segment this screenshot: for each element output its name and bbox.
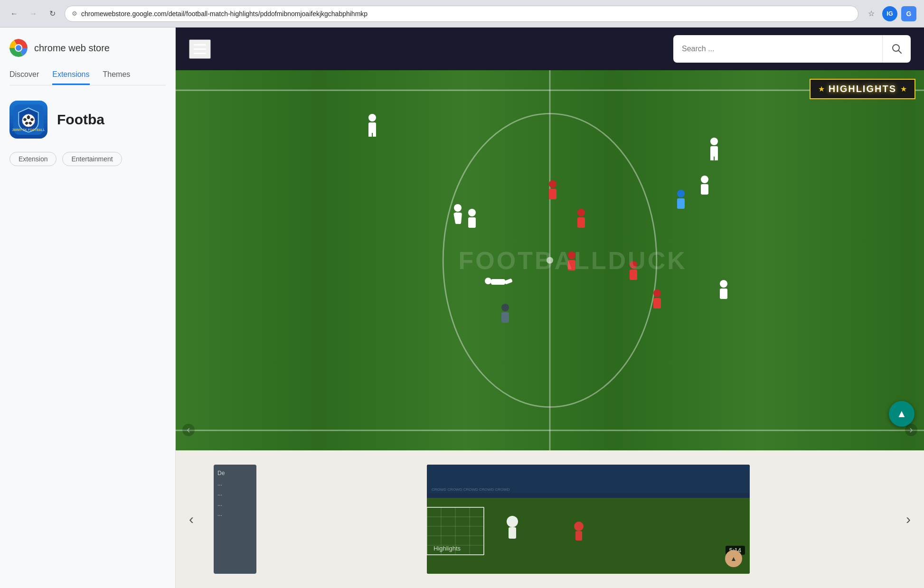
highlights-label: HIGHLIGHTS — [829, 84, 896, 94]
search-container — [673, 35, 911, 63]
svg-rect-41 — [720, 289, 727, 299]
svg-rect-32 — [456, 213, 462, 224]
svg-point-54 — [501, 304, 509, 311]
profile-button-2[interactable]: G — [901, 6, 916, 21]
tag-entertainment[interactable]: Entertainment — [62, 152, 122, 166]
extension-name: Footba — [57, 112, 104, 128]
sidebar-nav: Discover Extensions Themes — [9, 70, 166, 85]
svg-point-44 — [577, 209, 585, 216]
svg-point-35 — [701, 176, 708, 183]
url-text: chromewebstore.google.com/detail/footbal… — [81, 10, 851, 18]
search-button[interactable] — [882, 35, 911, 63]
svg-point-14 — [443, 113, 657, 407]
svg-rect-27 — [710, 146, 718, 157]
svg-rect-38 — [491, 279, 505, 285]
tag-extension[interactable]: Extension — [9, 152, 57, 166]
svg-line-12 — [898, 50, 901, 53]
scroll-bar-right[interactable]: › — [905, 424, 917, 436]
svg-point-21 — [547, 257, 553, 263]
content-topbar — [176, 28, 924, 70]
star-right-icon: ★ — [900, 84, 907, 93]
svg-rect-29 — [715, 156, 718, 160]
player-white-1 — [366, 113, 379, 139]
chrome-logo — [9, 39, 28, 57]
player-red-1 — [546, 179, 559, 205]
thumbnail-scroll-button[interactable]: ▲ — [725, 550, 742, 567]
nav-themes[interactable]: Themes — [103, 70, 131, 85]
svg-rect-25 — [373, 132, 376, 137]
prev-thumbnail-button[interactable]: ‹ — [185, 507, 198, 531]
svg-point-22 — [368, 114, 376, 121]
scroll-bar-left[interactable]: ‹ — [182, 424, 195, 436]
player-white-fallen — [484, 274, 513, 289]
address-bar[interactable]: ⚙ chromewebstore.google.com/detail/footb… — [65, 6, 858, 22]
player-dark-1 — [499, 303, 512, 328]
browser-actions: ☆ IG G — [864, 6, 916, 21]
svg-rect-71 — [509, 527, 516, 539]
star-left-icon: ★ — [818, 84, 825, 93]
sidebar: chrome web store Discover Extensions The… — [0, 28, 176, 588]
tags: Extension Entertainment — [9, 152, 166, 166]
svg-rect-53 — [677, 198, 685, 209]
partial-thumb-text: De............ — [217, 468, 253, 520]
svg-point-46 — [568, 252, 575, 259]
extension-info: JIMMY SK FOOTBALL Footba — [9, 101, 166, 139]
refresh-button[interactable]: ↻ — [46, 7, 59, 20]
security-icon: ⚙ — [72, 10, 77, 17]
thumbnail-partial-left: De............ — [214, 465, 256, 574]
svg-point-40 — [720, 280, 727, 288]
player-white-4 — [465, 208, 479, 233]
referee — [674, 189, 688, 215]
search-input[interactable] — [673, 35, 882, 63]
hamburger-line-3 — [194, 53, 206, 54]
browser-chrome: ← → ↻ ⚙ chromewebstore.google.com/detail… — [0, 0, 924, 28]
forward-button[interactable]: → — [27, 7, 40, 20]
svg-point-33 — [468, 209, 476, 216]
svg-point-42 — [549, 180, 556, 188]
thumbnail-image: CROWD CROWD CROWD CROWD CROWD — [427, 465, 750, 574]
svg-text:JIMMY SK FOOTBALL: JIMMY SK FOOTBALL — [12, 128, 45, 131]
svg-point-50 — [653, 289, 661, 297]
player-red-4 — [627, 260, 640, 286]
svg-point-26 — [710, 138, 718, 145]
player-white-2 — [707, 137, 721, 162]
svg-point-72 — [574, 522, 584, 531]
svg-point-70 — [507, 516, 518, 527]
player-white-5 — [698, 175, 711, 200]
nav-extensions[interactable]: Extensions — [52, 70, 89, 85]
bookmark-button[interactable]: ☆ — [864, 7, 878, 21]
svg-rect-16 — [176, 90, 924, 430]
extension-icon: JIMMY SK FOOTBALL — [9, 101, 47, 139]
player-red-5 — [651, 289, 664, 314]
player-red-2 — [575, 208, 588, 233]
svg-rect-34 — [468, 217, 476, 228]
main-thumbnail[interactable]: CROWD CROWD CROWD CROWD CROWD 5:14 Highl… — [427, 465, 750, 574]
back-button[interactable]: ← — [8, 7, 21, 20]
svg-text:CROWD CROWD CROWD CROWD CROWD: CROWD CROWD CROWD CROWD CROWD — [432, 487, 510, 492]
nav-discover[interactable]: Discover — [9, 70, 39, 85]
player-white-3 — [451, 203, 464, 229]
svg-rect-55 — [501, 312, 509, 323]
pitch-lines — [176, 70, 924, 450]
thumbnails-row: ‹ De............ — [176, 450, 924, 588]
scroll-up-icon: ▲ — [896, 408, 907, 420]
svg-rect-23 — [368, 122, 376, 133]
thumbnail-title: Highlights — [434, 545, 461, 552]
hamburger-line-1 — [194, 44, 206, 46]
svg-rect-45 — [577, 217, 585, 228]
svg-rect-24 — [368, 132, 372, 137]
svg-rect-73 — [575, 531, 582, 541]
player-white-6 — [717, 279, 730, 305]
svg-point-52 — [677, 190, 685, 197]
svg-point-30 — [454, 204, 462, 212]
profile-button-1[interactable]: IG — [882, 6, 897, 21]
content-area: FOOTBALLDUCK ★ HIGHLIGHTS ★ ▲ ‹ › ‹ De..… — [176, 28, 924, 588]
next-thumbnail-button[interactable]: › — [902, 507, 915, 531]
svg-point-37 — [485, 278, 491, 284]
scroll-up-button[interactable]: ▲ — [889, 401, 915, 427]
sidebar-header: chrome web store — [9, 39, 166, 57]
svg-rect-47 — [568, 260, 575, 271]
hamburger-button[interactable] — [189, 39, 211, 59]
hamburger-line-2 — [194, 48, 206, 50]
sidebar-title: chrome web store — [34, 43, 110, 54]
